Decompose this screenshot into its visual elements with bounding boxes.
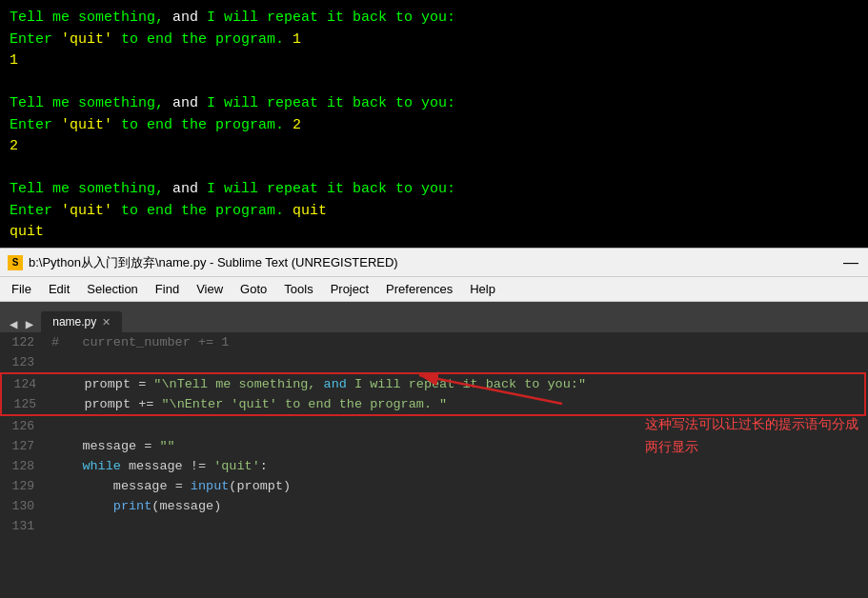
code-content-124: prompt = "\nTell me something, and I wil… — [46, 374, 864, 394]
terminal-line-3: 1 — [10, 50, 858, 72]
code-line-130: 130 print(message) — [0, 496, 868, 516]
code-line-129: 129 message = input(prompt) — [0, 476, 868, 496]
menu-goto[interactable]: Goto — [232, 280, 274, 298]
tab-name-py[interactable]: name.py ✕ — [41, 311, 122, 332]
title-bar: S b:\Python从入门到放弃\name.py - Sublime Text… — [0, 249, 868, 277]
annotation-line-1: 这种写法可以让过长的提示语句分成 — [645, 416, 858, 431]
menu-edit[interactable]: Edit — [41, 280, 77, 298]
code-content-130: print(message) — [44, 496, 868, 516]
minimize-button[interactable]: — — [841, 253, 860, 272]
code-content-128: while message != 'quit': — [44, 456, 868, 476]
code-line-131: 131 — [0, 516, 868, 536]
line-number-127: 127 — [0, 436, 44, 456]
terminal-output: Tell me something, and I will repeat it … — [0, 0, 868, 248]
terminal-line-11: quit — [10, 222, 858, 244]
code-line-122: 122 # current_number += 1 — [0, 332, 868, 352]
tab-close-button[interactable]: ✕ — [102, 316, 111, 329]
menu-bar: File Edit Selection Find View Goto Tools… — [0, 277, 868, 302]
menu-view[interactable]: View — [189, 280, 231, 298]
tab-label: name.py — [52, 315, 96, 329]
code-line-123: 123 — [0, 352, 868, 372]
line-number-123: 123 — [0, 352, 44, 372]
code-line-128: 128 while message != 'quit': — [0, 456, 868, 476]
annotation-line-2: 两行显示 — [645, 439, 698, 454]
menu-help[interactable]: Help — [462, 280, 503, 298]
menu-preferences[interactable]: Preferences — [378, 280, 460, 298]
right-annotation-text: 这种写法可以让过长的提示语句分成 两行显示 — [645, 413, 858, 459]
window-title: b:\Python从入门到放弃\name.py - Sublime Text (… — [29, 254, 841, 271]
line-number-130: 130 — [0, 496, 44, 516]
code-editor[interactable]: 122 # current_number += 1 123 124 prompt… — [0, 332, 868, 598]
tab-bar: ◀ ▶ name.py ✕ — [0, 302, 868, 332]
menu-find[interactable]: Find — [148, 280, 187, 298]
code-content-123 — [44, 352, 868, 372]
code-line-125: 125 prompt += "\nEnter 'quit' to end the… — [2, 394, 864, 414]
menu-file[interactable]: File — [4, 280, 39, 298]
sublime-text-window: S b:\Python从入门到放弃\name.py - Sublime Text… — [0, 248, 868, 598]
line-number-125: 125 — [2, 394, 46, 414]
line-number-131: 131 — [0, 516, 44, 536]
terminal-line-2: Enter 'quit' to end the program. 1 — [10, 30, 858, 51]
code-content-125: prompt += "\nEnter 'quit' to end the pro… — [46, 394, 864, 414]
menu-selection[interactable]: Selection — [79, 280, 145, 298]
line-number-128: 128 — [0, 456, 44, 476]
terminal-line-1: Tell me something, and I will repeat it … — [10, 8, 858, 30]
code-content-129: message = input(prompt) — [44, 476, 868, 496]
terminal-line-5: Tell me something, and I will repeat it … — [10, 93, 858, 115]
tab-nav-arrows[interactable]: ◀ ▶ — [10, 316, 33, 332]
terminal-line-7: 2 — [10, 136, 858, 158]
line-number-122: 122 — [0, 332, 44, 352]
sublime-icon: S — [8, 255, 23, 270]
menu-project[interactable]: Project — [323, 280, 376, 298]
line-number-124: 124 — [2, 374, 46, 394]
terminal-line-6: Enter 'quit' to end the program. 2 — [10, 115, 858, 137]
code-content-131 — [44, 516, 868, 536]
line-number-129: 129 — [0, 476, 44, 496]
code-line-124: 124 prompt = "\nTell me something, and I… — [2, 374, 864, 394]
terminal-line-10: Enter 'quit' to end the program. quit — [10, 201, 858, 223]
terminal-line-9: Tell me something, and I will repeat it … — [10, 179, 858, 201]
line-number-126: 126 — [0, 416, 44, 436]
code-content-122: # current_number += 1 — [44, 332, 868, 352]
menu-tools[interactable]: Tools — [276, 280, 320, 298]
